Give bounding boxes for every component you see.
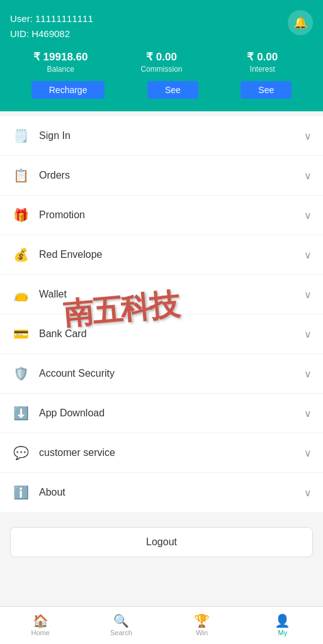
promotion-label: Promotion [39,209,304,221]
bottom-nav: 🏠Home🔍Search🏆Win👤My [0,606,323,644]
about-label: About [39,487,304,498]
user-info: User: 11111111111 UID: H469082 [10,11,313,42]
commission-label: Commission [111,65,212,74]
page-content: User: 11111111111 UID: H469082 🔔 ₹ 19918… [0,0,323,610]
nav-search-label: Search [110,629,132,636]
orders-chevron: ∨ [304,170,312,182]
about-chevron: ∨ [304,487,312,499]
sign-in-icon: 🗒️ [11,126,30,145]
menu-item-app-download[interactable]: ⬇️App Download∨ [0,394,323,433]
menu-item-orders[interactable]: 📋Orders∨ [0,156,323,196]
nav-home-label: Home [31,629,49,636]
logout-button[interactable]: Logout [10,527,313,557]
nav-item-search[interactable]: 🔍Search [81,611,161,640]
account-security-icon: 🛡️ [11,364,30,383]
menu-item-sign-in[interactable]: 🗒️Sign In∨ [0,116,323,156]
wallet-label: Wallet [39,289,304,300]
app-download-chevron: ∨ [304,408,312,419]
stats-row: ₹ 19918.60 Balance ₹ 0.00 Commission ₹ 0… [10,50,313,74]
nav-item-my[interactable]: 👤My [242,611,323,640]
nav-item-win[interactable]: 🏆Win [162,611,242,640]
wallet-chevron: ∨ [304,289,312,301]
orders-icon: 📋 [11,166,30,185]
balance-value: ₹ 19918.60 [10,50,111,64]
account-security-label: Account Security [39,368,304,379]
balance-label: Balance [10,65,111,74]
promotion-chevron: ∨ [304,209,312,221]
about-icon: ℹ️ [11,483,30,502]
bank-card-label: Bank Card [39,328,304,340]
nav-my-label: My [278,629,288,636]
actions-row: Recharge See See [10,81,313,99]
interest-stat: ₹ 0.00 Interest [212,50,313,74]
sign-in-label: Sign In [39,130,304,142]
nav-win-icon: 🏆 [194,614,210,627]
account-security-chevron: ∨ [304,368,312,380]
commission-stat: ₹ 0.00 Commission [111,50,212,74]
interest-label: Interest [212,65,313,74]
app-download-label: App Download [39,408,304,419]
see-interest-button[interactable]: See [241,81,292,99]
nav-item-home[interactable]: 🏠Home [0,611,81,640]
bank-card-chevron: ∨ [304,328,312,340]
nav-home-icon: 🏠 [33,614,48,627]
notification-button[interactable]: 🔔 [288,10,313,35]
header: User: 11111111111 UID: H469082 🔔 ₹ 19918… [0,0,323,111]
user-id: 11111111111 [35,13,93,24]
menu-item-account-security[interactable]: 🛡️Account Security∨ [0,354,323,394]
menu-item-bank-card[interactable]: 💳Bank Card∨ [0,314,323,354]
see-commission-button[interactable]: See [147,81,198,99]
menu-item-promotion[interactable]: 🎁Promotion∨ [0,196,323,235]
app-download-icon: ⬇️ [11,404,30,423]
customer-service-icon: 💬 [11,443,30,462]
menu-item-wallet[interactable]: 👝Wallet∨ [0,275,323,314]
orders-label: Orders [39,170,304,181]
bell-icon: 🔔 [293,16,307,30]
interest-value: ₹ 0.00 [212,50,313,64]
uid-value: H469082 [31,28,70,39]
red-envelope-icon: 💰 [11,245,30,264]
nav-my-icon: 👤 [275,614,290,627]
commission-value: ₹ 0.00 [111,50,212,64]
wallet-icon: 👝 [11,285,30,304]
menu-item-red-envelope[interactable]: 💰Red Envelope∨ [0,235,323,275]
menu-item-customer-service[interactable]: 💬customer service∨ [0,433,323,473]
bank-card-icon: 💳 [11,325,30,343]
recharge-button[interactable]: Recharge [31,81,105,99]
red-envelope-chevron: ∨ [304,249,312,261]
sign-in-chevron: ∨ [304,130,312,142]
nav-win-label: Win [196,629,208,636]
customer-service-label: customer service [39,447,304,458]
nav-search-icon: 🔍 [113,614,129,627]
menu-section: 🗒️Sign In∨📋Orders∨🎁Promotion∨💰Red Envelo… [0,116,323,512]
balance-stat: ₹ 19918.60 Balance [10,50,111,74]
red-envelope-label: Red Envelope [39,249,304,260]
menu-item-about[interactable]: ℹ️About∨ [0,473,323,512]
promotion-icon: 🎁 [11,206,30,225]
logout-section: Logout [0,512,323,572]
customer-service-chevron: ∨ [304,447,312,459]
user-label: User: [10,13,33,24]
uid-label: UID: [10,28,29,39]
